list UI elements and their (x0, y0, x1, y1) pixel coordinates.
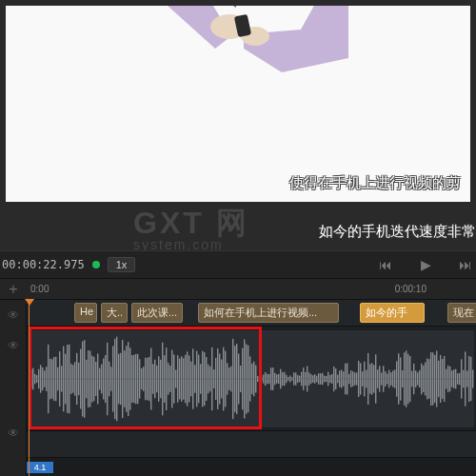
subtitle-clip[interactable]: 如今的手 (360, 303, 425, 323)
editor-area: GXT 网 system.com 如今的手机迭代速度非常 00:00:22.97… (0, 208, 476, 476)
visibility-icon[interactable]: 👁 (0, 308, 26, 322)
subtitle-clip[interactable]: 现在 (447, 303, 476, 323)
timecode: 00:00:22.975 (2, 258, 85, 271)
prev-button[interactable]: ⏮ (379, 257, 392, 272)
timeline: 👁 👁 👁 He大..此次课...如何在手机上进行视频...如今的手现在 4.1 (0, 300, 476, 476)
watermark: GXT 网 system.com (133, 208, 249, 251)
add-track-icon[interactable]: + (0, 281, 27, 298)
transport-bar: 00:00:22.975 1x ⏮ ▶ ⏭ (0, 250, 476, 279)
visibility-icon[interactable]: 👁 (0, 339, 26, 352)
preview-illustration (101, 0, 348, 129)
play-button[interactable]: ▶ (419, 257, 432, 272)
marker-clip[interactable]: 4.1 (27, 462, 53, 473)
ruler-start: 0:00 (30, 284, 49, 294)
audio-waveform[interactable] (29, 330, 474, 427)
ruler-mark: 0:00:10 (395, 284, 426, 294)
track-gutter: 👁 👁 👁 (0, 300, 27, 476)
track-row[interactable]: 4.1 (27, 458, 476, 476)
subtitle-clip[interactable]: 此次课... (131, 303, 183, 323)
track-row[interactable] (27, 431, 476, 458)
visibility-icon[interactable]: 👁 (0, 426, 26, 440)
record-indicator-icon (92, 261, 100, 268)
subtitle-clip[interactable]: 如何在手机上进行视频... (198, 303, 339, 323)
subtitle-track[interactable]: He大..此次课...如何在手机上进行视频...如今的手现在 (27, 300, 476, 327)
subtitle-clip[interactable]: He (74, 303, 97, 323)
subtitle-clip[interactable]: 大.. (101, 303, 128, 323)
audio-track[interactable] (27, 327, 476, 431)
video-preview: 使得在手机上进行视频的剪 (0, 0, 476, 208)
next-button[interactable]: ⏭ (459, 257, 472, 272)
playback-speed[interactable]: 1x (108, 257, 136, 272)
preview-caption: 使得在手机上进行视频的剪 (289, 174, 461, 192)
overlay-text: 如今的手机迭代速度非常 (319, 223, 476, 241)
timeline-ruler[interactable]: + 0:00 0:00:10 (0, 279, 476, 300)
